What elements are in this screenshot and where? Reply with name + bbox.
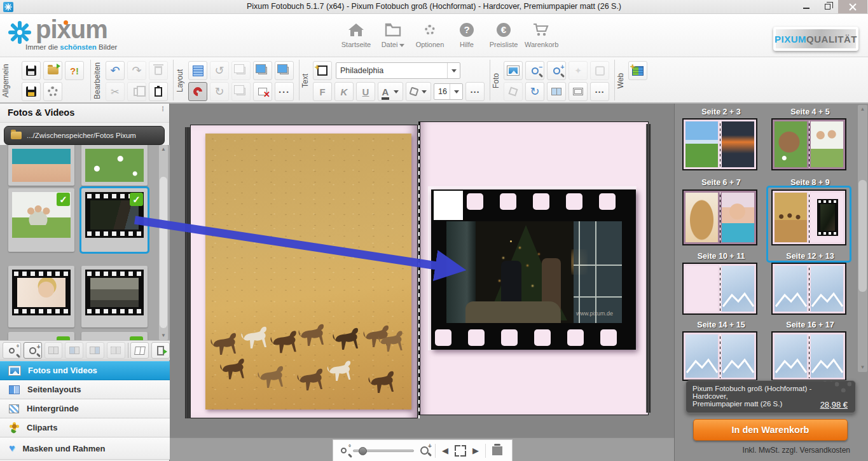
- sidebar-item-masken-und-rahmen[interactable]: ♥ Masken und Rahmen: [0, 437, 170, 460]
- photo-thumb-video-woman[interactable]: [8, 266, 74, 327]
- photo-edit-button[interactable]: [504, 82, 523, 101]
- add-text-button[interactable]: +: [313, 61, 332, 80]
- sidebar-item-hintergruende[interactable]: Hintergründe: [0, 399, 170, 418]
- font-color-dropdown[interactable]: [394, 90, 399, 93]
- scroll-thumb[interactable]: [160, 177, 167, 328]
- fit-view-button[interactable]: [455, 445, 466, 457]
- photo-frame-button[interactable]: [568, 82, 588, 101]
- page-label-selected[interactable]: Seite 12 + 13: [769, 252, 851, 261]
- photo-thumb-partial[interactable]: ✓: [81, 332, 148, 340]
- font-color-button[interactable]: A: [378, 82, 403, 101]
- sidebar-item-cliparts[interactable]: Cliparts: [0, 418, 170, 437]
- pages-scrollbar[interactable]: ▲ ▼: [858, 105, 867, 372]
- scroll-down-icon[interactable]: ▼: [858, 363, 867, 372]
- view-mode-3-button[interactable]: [86, 342, 104, 359]
- page-label[interactable]: Seite 4 + 5: [769, 107, 851, 116]
- rotate-view-button[interactable]: [492, 446, 502, 455]
- photo-thumb-daisies[interactable]: [81, 145, 148, 186]
- maximize-button[interactable]: [818, 0, 838, 13]
- add-to-cart-button[interactable]: In den Warenkorb: [693, 419, 848, 441]
- copy-button[interactable]: [127, 82, 146, 101]
- photo-thumb-family[interactable]: ✓: [8, 188, 74, 252]
- cut-button[interactable]: ✂: [106, 82, 125, 101]
- photo-thumb-christmas-video[interactable]: ✓: [81, 188, 148, 252]
- nav-preisliste[interactable]: € Preisliste: [488, 19, 520, 56]
- scroll-up-icon[interactable]: ▲: [159, 145, 168, 154]
- spread-thumb-seite-8-9[interactable]: [771, 118, 846, 170]
- spread-thumb-seite-6-7[interactable]: [682, 118, 757, 170]
- horses-photo[interactable]: [205, 134, 411, 409]
- settings-button[interactable]: [43, 82, 62, 101]
- next-spread-button[interactable]: ▶: [472, 446, 479, 455]
- italic-button[interactable]: K: [334, 82, 354, 101]
- spread-thumb-seite-16-17[interactable]: [771, 263, 846, 315]
- font-size-arrow[interactable]: [450, 84, 462, 99]
- book-canvas[interactable]: www.pixum.de ° + ◀ ▶: [170, 104, 674, 461]
- photo-spread-button[interactable]: [547, 82, 566, 101]
- view-mode-2-button[interactable]: [65, 342, 83, 359]
- zoom-out-icon[interactable]: °: [341, 448, 347, 453]
- video-filmstrip-element[interactable]: www.pixum.de: [431, 189, 636, 350]
- thumb-zoom-in-button[interactable]: +: [24, 342, 42, 359]
- nav-optionen[interactable]: Optionen: [414, 19, 446, 56]
- photo-enhance-button[interactable]: ✦: [568, 61, 588, 80]
- page-label[interactable]: Seite 6 + 7: [680, 178, 762, 187]
- save-as-button[interactable]: [22, 82, 41, 101]
- insert-page-button[interactable]: [253, 61, 272, 80]
- rotate-page-right-button[interactable]: ↻: [210, 82, 229, 101]
- photo-zoom-in-button[interactable]: +: [547, 61, 566, 80]
- photo-rotate-button[interactable]: ↻: [525, 82, 544, 101]
- scroll-down-icon[interactable]: ▼: [159, 331, 168, 340]
- spread-thumb-seite-14-15[interactable]: [682, 263, 757, 315]
- photo-more-button[interactable]: ···: [590, 82, 609, 101]
- nav-hilfe[interactable]: ? Hilfe: [451, 19, 483, 56]
- photo-thumb-baby-beach[interactable]: [8, 145, 74, 186]
- view-mode-4-button[interactable]: [107, 342, 125, 359]
- bring-front-button[interactable]: [231, 82, 251, 101]
- add-photo-button[interactable]: +: [504, 61, 523, 80]
- nav-datei[interactable]: Datei: [377, 19, 409, 56]
- spread-thumb-seite-18-19[interactable]: [682, 331, 757, 381]
- panel-handle-icon[interactable]: ⁞: [162, 107, 164, 111]
- scroll-up-icon[interactable]: ▲: [858, 105, 867, 114]
- zoom-slider-knob[interactable]: [359, 447, 367, 455]
- save-layout-button[interactable]: [275, 61, 294, 80]
- text-rotate-button[interactable]: [406, 82, 431, 101]
- photo-zoom-out-button[interactable]: −: [525, 61, 544, 80]
- underline-button[interactable]: U: [356, 82, 375, 101]
- sidebar-item-seitenlayouts[interactable]: Seitenlayouts: [0, 380, 170, 399]
- thumb-zoom-out-button[interactable]: °: [3, 342, 21, 359]
- grid-button[interactable]: [188, 61, 207, 80]
- delete-button[interactable]: [149, 61, 168, 80]
- christmas-video-frame[interactable]: www.pixum.de: [446, 221, 622, 323]
- sidebar-item-fotos-und-videos[interactable]: Fotos und Videos: [0, 361, 170, 380]
- sidebar-scrollbar[interactable]: ▲ ▼: [159, 145, 168, 340]
- delete-page-button[interactable]: [253, 82, 272, 101]
- layout-more-button[interactable]: ···: [275, 82, 294, 101]
- close-button[interactable]: [838, 0, 867, 13]
- send-back-button[interactable]: [231, 61, 251, 80]
- font-size-select[interactable]: 16: [434, 83, 463, 100]
- page-label[interactable]: Seite 2 + 3: [680, 107, 762, 116]
- undo-button[interactable]: ↶: [106, 61, 125, 80]
- spread-thumb-seite-12-13-selected[interactable]: [771, 189, 846, 245]
- magnet-snap-button[interactable]: [188, 82, 207, 101]
- nav-startseite[interactable]: Startseite: [340, 19, 372, 56]
- photo-face-button[interactable]: [590, 61, 609, 80]
- exit-panel-button[interactable]: [151, 342, 170, 359]
- page-label[interactable]: Seite 10 + 11: [680, 252, 762, 261]
- photo-thumb-partial[interactable]: ✓: [8, 332, 74, 340]
- zoom-slider[interactable]: [353, 450, 414, 452]
- folder-path-button[interactable]: .../Zwischenspeicher/Fotos Pixum: [4, 126, 165, 145]
- browse-book-button[interactable]: [130, 342, 149, 359]
- bold-button[interactable]: F: [313, 82, 332, 101]
- previous-spread-button[interactable]: ◀: [442, 446, 448, 455]
- paste-button[interactable]: [149, 82, 168, 101]
- photo-thumb-video-caravan[interactable]: [81, 266, 148, 327]
- page-label[interactable]: Seite 16 + 17: [769, 320, 851, 329]
- font-dropdown-arrow[interactable]: [447, 63, 460, 78]
- redo-button[interactable]: ↷: [127, 61, 146, 80]
- support-assistant-button[interactable]: ?!: [65, 61, 84, 80]
- text-more-button[interactable]: ···: [465, 82, 485, 101]
- font-family-select[interactable]: Philadelphia: [336, 62, 460, 79]
